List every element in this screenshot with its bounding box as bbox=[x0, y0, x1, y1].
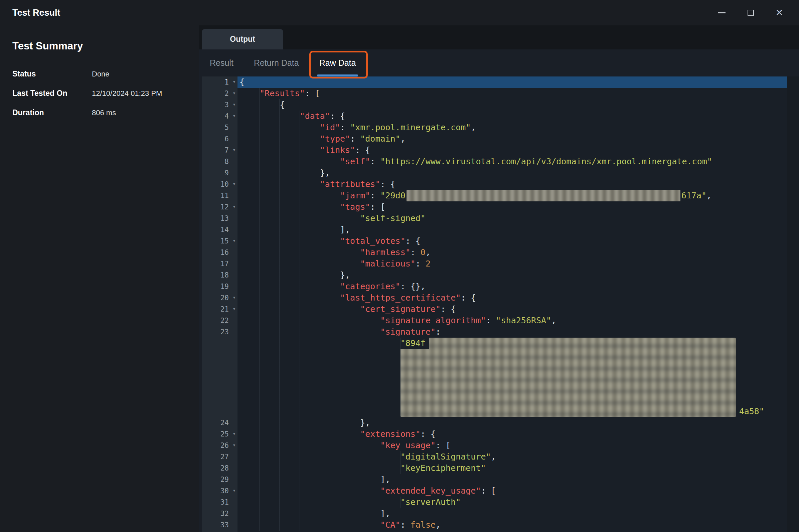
code-line[interactable]: 6"type": "domain", bbox=[202, 133, 787, 145]
code-line[interactable]: 4▾"data": { bbox=[202, 111, 787, 122]
code-line[interactable]: 32], bbox=[202, 508, 787, 519]
code-content[interactable]: "links": { bbox=[237, 145, 787, 156]
fold-toggle-icon[interactable]: ▾ bbox=[232, 292, 236, 303]
code-line[interactable]: 30▾"extended_key_usage": [ bbox=[202, 485, 787, 497]
code-line[interactable]: 8"self": "https://www.virustotal.com/api… bbox=[202, 156, 787, 167]
code-content[interactable]: "self": "https://www.virustotal.com/api/… bbox=[237, 156, 787, 167]
code-content[interactable]: "id": "xmr.pool.minergate.com", bbox=[237, 122, 787, 133]
code-line[interactable]: 22"signature_algorithm": "sha256RSA", bbox=[202, 315, 787, 326]
minimize-button[interactable] bbox=[717, 8, 727, 18]
indent-guides bbox=[240, 304, 360, 315]
fold-toggle-icon[interactable]: ▾ bbox=[232, 439, 236, 451]
fold-toggle-icon[interactable]: ▾ bbox=[232, 485, 236, 496]
code-line[interactable]: 19"categories": {}, bbox=[202, 281, 787, 292]
code-content[interactable]: "data": { bbox=[237, 111, 787, 122]
code-line[interactable]: 10▾"attributes": { bbox=[202, 179, 787, 190]
code-content[interactable]: "jarm": "29d0617a", bbox=[237, 190, 787, 202]
code-content[interactable]: "tags": [ bbox=[237, 202, 787, 213]
fold-toggle-icon[interactable]: ▾ bbox=[232, 144, 236, 156]
code-content[interactable]: ], bbox=[237, 474, 787, 485]
code-content[interactable]: "cert_signature": { bbox=[237, 304, 787, 315]
gutter-cell: 26▾ bbox=[202, 440, 237, 451]
code-line[interactable]: 16"harmless": 0, bbox=[202, 247, 787, 258]
code-line[interactable]: 31"serverAuth" bbox=[202, 497, 787, 508]
code-content[interactable]: "type": "domain", bbox=[237, 133, 787, 145]
token: : [ bbox=[481, 486, 496, 496]
code-content[interactable]: { bbox=[237, 99, 787, 111]
maximize-button[interactable] bbox=[745, 8, 756, 18]
code-line[interactable]: 29], bbox=[202, 474, 787, 485]
line-number: 21 bbox=[221, 304, 229, 315]
code-content[interactable]: "total_votes": { bbox=[237, 235, 787, 247]
editor-scrollbar-track[interactable] bbox=[787, 76, 799, 532]
token: : { bbox=[355, 145, 370, 155]
code-line[interactable]: 12▾"tags": [ bbox=[202, 202, 787, 213]
tab-output[interactable]: Output bbox=[202, 29, 283, 50]
code-content[interactable]: "key_usage": [ bbox=[237, 440, 787, 451]
code-content[interactable]: }, bbox=[237, 167, 787, 179]
token: "key_usage" bbox=[380, 440, 436, 450]
code-line[interactable]: 33"CA": false, bbox=[202, 519, 787, 531]
fold-toggle-icon[interactable]: ▾ bbox=[232, 88, 236, 99]
code-content[interactable]: "last_https_certificate": { bbox=[237, 292, 787, 304]
code-line[interactable]: 1▾{ bbox=[202, 76, 787, 88]
code-line[interactable]: 15▾"total_votes": { bbox=[202, 235, 787, 247]
code-content[interactable]: }, bbox=[237, 417, 787, 429]
code-line[interactable]: 5"id": "xmr.pool.minergate.com", bbox=[202, 122, 787, 133]
code-content[interactable]: "digitalSignature", bbox=[237, 451, 787, 462]
code-line[interactable]: 20▾"last_https_certificate": { bbox=[202, 292, 787, 304]
code-content[interactable]: "Results": [ bbox=[237, 88, 787, 99]
subtab-return-data[interactable]: Return Data bbox=[253, 50, 300, 76]
code-line[interactable]: 18}, bbox=[202, 269, 787, 281]
code-content[interactable]: "signature": bbox=[237, 326, 787, 338]
code-line[interactable]: 28"keyEncipherment" bbox=[202, 462, 787, 474]
fold-toggle-icon[interactable]: ▾ bbox=[232, 110, 236, 121]
code-content[interactable]: "categories": {}, bbox=[237, 281, 787, 292]
code-line[interactable]: 26▾"key_usage": [ bbox=[202, 440, 787, 451]
subtab-result[interactable]: Result bbox=[209, 50, 234, 76]
code-line[interactable]: 7▾"links": { bbox=[202, 145, 787, 156]
fold-toggle-icon[interactable]: ▾ bbox=[232, 428, 236, 439]
code-line[interactable]: 23"signature": bbox=[202, 326, 787, 338]
fold-toggle-icon[interactable]: ▾ bbox=[232, 201, 236, 212]
fold-toggle-icon[interactable]: ▾ bbox=[232, 235, 236, 246]
code-content[interactable]: "malicious": 2 bbox=[237, 258, 787, 269]
code-line[interactable]: 25▾"extensions": { bbox=[202, 429, 787, 440]
fold-toggle-icon[interactable]: ▾ bbox=[232, 99, 236, 110]
code-content[interactable]: "self-signed" bbox=[237, 213, 787, 224]
code-content[interactable]: { bbox=[237, 76, 787, 88]
code-content[interactable]: "attributes": { bbox=[237, 179, 787, 190]
code-content[interactable]: "keyEncipherment" bbox=[237, 462, 787, 474]
output-tab-strip: Output bbox=[199, 25, 799, 50]
code-content[interactable]: "894f4a58" bbox=[237, 338, 787, 417]
fold-toggle-icon[interactable]: ▾ bbox=[232, 303, 236, 315]
token: : [ bbox=[305, 89, 320, 98]
code-line[interactable]: 17"malicious": 2 bbox=[202, 258, 787, 269]
code-content[interactable]: "CA": false, bbox=[237, 519, 787, 531]
code-line[interactable]: 3▾{ bbox=[202, 99, 787, 111]
token: }, bbox=[340, 270, 350, 280]
indent-guides bbox=[240, 462, 400, 474]
code-line[interactable]: 14], bbox=[202, 224, 787, 235]
code-content[interactable]: "signature_algorithm": "sha256RSA", bbox=[237, 315, 787, 326]
code-line[interactable]: 2▾"Results": [ bbox=[202, 88, 787, 99]
code-line[interactable]: 9}, bbox=[202, 167, 787, 179]
fold-toggle-icon[interactable]: ▾ bbox=[232, 76, 236, 88]
gutter-cell: 23 bbox=[202, 326, 237, 338]
code-line[interactable]: 13"self-signed" bbox=[202, 213, 787, 224]
code-content[interactable]: "extensions": { bbox=[237, 429, 787, 440]
code-content[interactable]: }, bbox=[237, 269, 787, 281]
code-content[interactable]: ], bbox=[237, 224, 787, 235]
gutter-cell bbox=[202, 338, 237, 417]
code-line[interactable]: 11"jarm": "29d0617a", bbox=[202, 190, 787, 202]
fold-toggle-icon[interactable]: ▾ bbox=[232, 178, 236, 190]
code-content[interactable]: "serverAuth" bbox=[237, 497, 787, 508]
code-content[interactable]: "harmless": 0, bbox=[237, 247, 787, 258]
code-content[interactable]: "extended_key_usage": [ bbox=[237, 485, 787, 497]
close-button[interactable]: ✕ bbox=[774, 8, 784, 18]
code-line[interactable]: 27"digitalSignature", bbox=[202, 451, 787, 462]
code-content[interactable]: ], bbox=[237, 508, 787, 519]
subtab-raw-data[interactable]: Raw Data bbox=[318, 50, 357, 76]
code-line[interactable]: 21▾"cert_signature": { bbox=[202, 304, 787, 315]
code-line[interactable]: 24}, bbox=[202, 417, 787, 429]
